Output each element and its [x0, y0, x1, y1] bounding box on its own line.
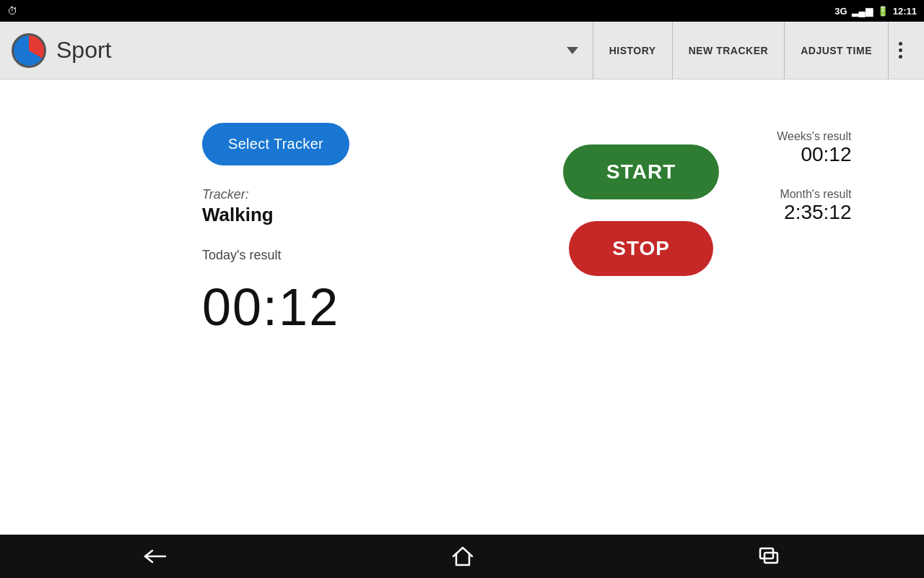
tracker-name: Walking [202, 204, 274, 226]
weeks-result-block: Weeks's result 00:12 [777, 130, 851, 166]
home-button[interactable] [452, 546, 474, 566]
tracker-label: Tracker: [202, 187, 249, 202]
dropdown-arrow-icon[interactable] [567, 47, 578, 54]
app-status-icon: ⏱ [7, 5, 17, 17]
stop-button[interactable]: STOP [569, 221, 713, 276]
weeks-result-label: Weeks's result [777, 130, 851, 143]
left-panel: Select Tracker Tracker: Walking Today's … [202, 123, 419, 337]
months-result-block: Month's result 2:35:12 [780, 188, 851, 224]
app-title: Sport [56, 37, 567, 64]
weeks-result-value: 00:12 [801, 143, 851, 166]
status-bar-left: ⏱ [7, 5, 17, 17]
back-button[interactable] [142, 548, 168, 565]
battery-icon: 🔋 [877, 6, 889, 17]
new-tracker-button[interactable]: NEW TRACKER [672, 22, 785, 79]
dot-icon [899, 42, 902, 46]
start-button[interactable]: START [563, 144, 719, 199]
logo-circle [12, 33, 46, 68]
center-panel: START STOP [563, 144, 719, 276]
main-content: Select Tracker Tracker: Walking Today's … [0, 79, 924, 535]
dot-icon [899, 55, 902, 59]
app-logo [12, 33, 46, 68]
signal-bars-icon: ▂▄▆ [852, 6, 873, 17]
todays-result-value: 00:12 [202, 277, 339, 337]
clock-time: 12:11 [893, 6, 917, 17]
nav-buttons: HISTORY NEW TRACKER ADJUST TIME [593, 22, 912, 79]
signal-text: 3G [834, 6, 847, 17]
history-button[interactable]: HISTORY [593, 22, 672, 79]
todays-result-label: Today's result [202, 248, 282, 263]
dot-icon [899, 48, 902, 52]
more-options-button[interactable] [888, 22, 912, 79]
months-result-value: 2:35:12 [784, 201, 851, 224]
right-panel: Weeks's result 00:12 Month's result 2:35… [777, 130, 851, 224]
status-bar: ⏱ 3G ▂▄▆ 🔋 12:11 [0, 0, 924, 22]
adjust-time-button[interactable]: ADJUST TIME [784, 22, 888, 79]
status-bar-right: 3G ▂▄▆ 🔋 12:11 [834, 6, 917, 17]
recents-button[interactable] [757, 547, 782, 566]
app-bar: Sport HISTORY NEW TRACKER ADJUST TIME [0, 22, 924, 79]
select-tracker-button[interactable]: Select Tracker [202, 123, 349, 165]
nav-bar [0, 535, 924, 578]
tracker-info: Tracker: Walking [202, 187, 274, 226]
months-result-label: Month's result [780, 188, 851, 201]
